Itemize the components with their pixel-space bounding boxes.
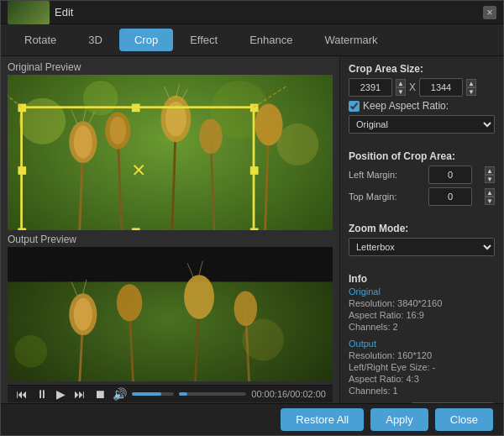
output-preview	[8, 247, 333, 381]
top-margin-input[interactable]	[428, 187, 472, 206]
tab-watermark[interactable]: Watermark	[309, 29, 392, 51]
svg-point-13	[110, 117, 126, 144]
top-margin-down-button[interactable]: ▼	[485, 197, 495, 205]
original-preview-label: Original Preview	[8, 61, 333, 73]
svg-point-4	[277, 123, 319, 165]
svg-point-44	[74, 298, 92, 331]
tab-3d[interactable]: 3D	[73, 29, 118, 51]
original-preview	[8, 75, 333, 230]
width-spinner: ▲ ▼	[396, 79, 406, 96]
output-preview-label: Output Preview	[8, 234, 333, 245]
info-section: Info Original Resolution: 3840*2160 Aspe…	[349, 273, 495, 396]
original-channels: Channels: 2	[349, 322, 495, 332]
svg-point-17	[255, 104, 282, 146]
main-area: Original Preview	[1, 56, 503, 403]
output-preview-section: Output Preview	[8, 234, 333, 381]
tab-crop[interactable]: Crop	[119, 29, 173, 51]
right-panel: Crop Area Size: ▲ ▼ X ▲ ▼ Ke	[339, 56, 503, 403]
svg-point-45	[117, 284, 142, 321]
keep-aspect-row: Keep Aspect Ratio:	[349, 100, 495, 112]
svg-point-52	[242, 319, 284, 361]
output-channels: Channels: 1	[349, 386, 495, 396]
crop-size-inputs: ▲ ▼ X ▲ ▼	[349, 78, 495, 97]
stop-button[interactable]: ⏹	[92, 386, 108, 402]
keep-aspect-label[interactable]: Keep Aspect Ratio:	[363, 100, 449, 112]
apply-button[interactable]: Apply	[370, 408, 428, 431]
output-preview-svg	[8, 247, 333, 381]
crop-width-input[interactable]	[349, 78, 392, 97]
original-preview-section: Original Preview	[8, 61, 333, 230]
left-margin-up-button[interactable]: ▲	[485, 166, 495, 175]
output-eye-size: Left/Right Eye Size: -	[349, 362, 495, 372]
output-aspect: Aspect Ratio: 4:3	[349, 374, 495, 384]
left-margin-input[interactable]	[428, 165, 472, 184]
width-down-button[interactable]: ▼	[396, 87, 406, 96]
crop-height-input[interactable]	[419, 78, 463, 97]
aspect-ratio-select[interactable]: Original 16:9 4:3 1:1	[349, 115, 495, 134]
left-margin-label: Left Margin:	[349, 170, 416, 180]
svg-point-47	[234, 292, 258, 326]
tab-effect[interactable]: Effect	[175, 29, 233, 51]
svg-point-53	[14, 335, 47, 368]
height-spinner: ▲ ▼	[466, 79, 476, 96]
position-section: Position of Crop Area: Left Margin: ▲ ▼ …	[349, 150, 495, 206]
crop-area-size-label: Crop Area Size:	[349, 63, 495, 75]
preview-area: Original Preview	[1, 56, 339, 403]
top-margin-row: Top Margin: ▲ ▼	[349, 187, 495, 206]
close-button[interactable]: Close	[435, 408, 493, 431]
zoom-mode-section: Zoom Mode: Letterbox Pan & Scan Full	[349, 223, 495, 256]
volume-slider[interactable]	[132, 392, 174, 396]
svg-point-16	[199, 119, 223, 154]
svg-rect-31	[18, 166, 26, 175]
svg-point-11	[74, 126, 92, 159]
top-margin-spinner: ▲ ▼	[485, 188, 495, 205]
svg-point-2	[83, 81, 118, 115]
restore-all-button[interactable]: Restore All	[281, 408, 364, 431]
svg-point-46	[184, 275, 214, 319]
progress-bar[interactable]	[179, 392, 246, 396]
crop-area-size-section: Crop Area Size: ▲ ▼ X ▲ ▼ Ke	[349, 63, 495, 134]
volume-fill	[132, 392, 161, 396]
svg-rect-30	[132, 228, 140, 230]
toolbar: Rotate 3D Crop Effect Enhance Watermark	[1, 24, 503, 56]
svg-rect-32	[250, 166, 259, 175]
left-margin-down-button[interactable]: ▼	[485, 175, 495, 183]
height-up-button[interactable]: ▲	[466, 79, 476, 87]
svg-rect-38	[8, 247, 333, 281]
window-title: Edit	[55, 6, 73, 18]
size-separator: X	[409, 81, 416, 93]
left-margin-row: Left Margin: ▲ ▼	[349, 165, 495, 184]
keep-aspect-checkbox[interactable]	[349, 101, 360, 112]
info-title: Info	[349, 273, 495, 285]
original-preview-svg	[8, 75, 333, 230]
pause-button[interactable]: ⏸	[34, 386, 50, 402]
tab-enhance[interactable]: Enhance	[234, 29, 307, 51]
original-resolution: Resolution: 3840*2160	[349, 298, 495, 308]
width-up-button[interactable]: ▲	[396, 79, 406, 87]
edit-window: Edit × Rotate 3D Crop Effect Enhance Wat…	[0, 0, 504, 436]
original-aspect: Aspect Ratio: 16:9	[349, 310, 495, 320]
fast-forward-button[interactable]: ⏭	[72, 386, 87, 402]
progress-fill	[179, 392, 187, 396]
titlebar-left: Edit	[8, 1, 73, 24]
play-button[interactable]: ▶	[55, 386, 67, 402]
svg-rect-26	[250, 104, 259, 113]
rewind-button[interactable]: ⏮	[14, 386, 29, 402]
titlebar: Edit ×	[1, 1, 503, 24]
svg-rect-27	[18, 228, 26, 230]
output-subtitle: Output	[349, 339, 495, 349]
output-resolution: Resolution: 160*120	[349, 350, 495, 360]
top-margin-up-button[interactable]: ▲	[485, 188, 495, 197]
volume-icon: 🔊	[113, 387, 127, 401]
height-down-button[interactable]: ▼	[466, 87, 476, 96]
original-subtitle: Original	[349, 286, 495, 297]
zoom-mode-select[interactable]: Letterbox Pan & Scan Full	[349, 238, 495, 256]
player-bar: ⏮ ⏸ ▶ ⏭ ⏹ 🔊 00:00:16/00:02:00	[8, 385, 333, 402]
zoom-mode-label: Zoom Mode:	[349, 223, 495, 234]
top-margin-label: Top Margin:	[349, 192, 416, 202]
svg-rect-28	[250, 228, 259, 230]
close-window-button[interactable]: ×	[483, 6, 496, 19]
thumbnail	[8, 1, 50, 24]
position-label: Position of Crop Area:	[349, 150, 495, 162]
tab-rotate[interactable]: Rotate	[9, 29, 71, 51]
